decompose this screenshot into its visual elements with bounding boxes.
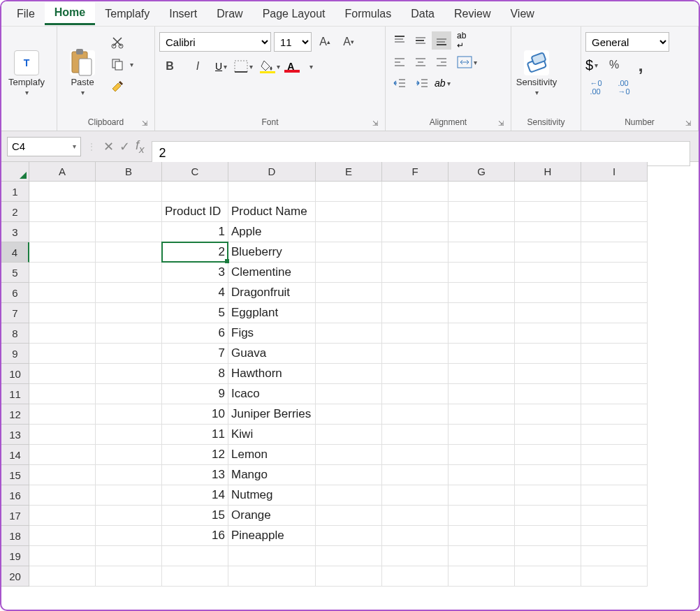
- cell-G2[interactable]: [449, 202, 515, 222]
- cell-F7[interactable]: [382, 303, 449, 323]
- cell-B5[interactable]: [96, 263, 162, 283]
- cell-I9[interactable]: [581, 344, 648, 364]
- row-header-5[interactable]: 5: [1, 263, 29, 283]
- cell-D12[interactable]: Juniper Berries: [228, 404, 316, 425]
- cell-C6[interactable]: 4: [162, 283, 228, 303]
- cell-D17[interactable]: Orange: [228, 506, 316, 526]
- row-header-18[interactable]: 18: [1, 526, 29, 546]
- cell-I7[interactable]: [581, 303, 648, 323]
- cell-B13[interactable]: [96, 425, 162, 445]
- cell-G15[interactable]: [449, 465, 515, 485]
- cell-E19[interactable]: [316, 546, 382, 566]
- tab-review[interactable]: Review: [444, 3, 500, 24]
- row-header-14[interactable]: 14: [1, 445, 29, 465]
- cell-H9[interactable]: [515, 344, 581, 364]
- cancel-icon[interactable]: ✕: [103, 139, 114, 154]
- cell-B18[interactable]: [96, 526, 162, 546]
- cell-D8[interactable]: Figs: [228, 323, 316, 344]
- cell-I1[interactable]: [581, 182, 648, 202]
- cell-B7[interactable]: [96, 303, 162, 323]
- row-header-2[interactable]: 2: [1, 202, 29, 222]
- dialog-launcher-icon[interactable]: ⇲: [372, 119, 382, 129]
- row-header-6[interactable]: 6: [1, 283, 29, 303]
- font-size-select[interactable]: 11: [274, 32, 312, 52]
- cell-H15[interactable]: [515, 465, 581, 485]
- cell-F19[interactable]: [382, 546, 449, 566]
- cell-H3[interactable]: [515, 222, 581, 242]
- cell-I13[interactable]: [581, 425, 648, 445]
- tab-home[interactable]: Home: [45, 2, 95, 25]
- cell-I19[interactable]: [581, 546, 648, 566]
- column-header-E[interactable]: E: [316, 162, 382, 182]
- cell-I11[interactable]: [581, 384, 648, 404]
- cell-F17[interactable]: [382, 506, 449, 526]
- column-header-C[interactable]: C: [162, 162, 228, 182]
- cells-area[interactable]: Product IDProduct Name1Apple2Blueberry3C…: [29, 182, 648, 587]
- cell-C17[interactable]: 15: [162, 506, 228, 526]
- cell-I18[interactable]: [581, 526, 648, 546]
- cell-D13[interactable]: Kiwi: [228, 425, 316, 445]
- cell-H5[interactable]: [515, 263, 581, 283]
- enter-icon[interactable]: ✓: [119, 139, 130, 154]
- tab-view[interactable]: View: [500, 3, 544, 24]
- cell-I5[interactable]: [581, 263, 648, 283]
- cell-E7[interactable]: [316, 303, 382, 323]
- cell-G1[interactable]: [449, 182, 515, 202]
- cell-F12[interactable]: [382, 404, 449, 425]
- cell-G7[interactable]: [449, 303, 515, 323]
- cell-D9[interactable]: Guava: [228, 344, 316, 364]
- row-header-9[interactable]: 9: [1, 344, 29, 364]
- cell-E14[interactable]: [316, 445, 382, 465]
- tab-templafy[interactable]: Templafy: [95, 3, 159, 24]
- cell-D20[interactable]: [228, 566, 316, 587]
- cell-C20[interactable]: [162, 566, 228, 587]
- cell-H4[interactable]: [515, 242, 581, 263]
- cell-H19[interactable]: [515, 546, 581, 566]
- italic-button[interactable]: I: [187, 57, 208, 75]
- cell-C14[interactable]: 12: [162, 445, 228, 465]
- cell-A17[interactable]: [29, 506, 96, 526]
- cell-B12[interactable]: [96, 404, 162, 425]
- align-top-button[interactable]: [390, 31, 409, 50]
- cell-A11[interactable]: [29, 384, 96, 404]
- cell-B15[interactable]: [96, 465, 162, 485]
- cell-E3[interactable]: [316, 222, 382, 242]
- fill-color-button[interactable]: ▾: [260, 59, 280, 73]
- cell-H6[interactable]: [515, 283, 581, 303]
- cell-D19[interactable]: [228, 546, 316, 566]
- cell-B17[interactable]: [96, 506, 162, 526]
- bold-button[interactable]: B: [159, 57, 180, 75]
- tab-page-layout[interactable]: Page Layout: [253, 3, 335, 24]
- cell-C7[interactable]: 5: [162, 303, 228, 323]
- cell-I20[interactable]: [581, 566, 648, 587]
- cell-E18[interactable]: [316, 526, 382, 546]
- cell-G16[interactable]: [449, 485, 515, 506]
- row-header-20[interactable]: 20: [1, 566, 29, 587]
- currency-button[interactable]: $▾: [585, 57, 598, 73]
- dialog-launcher-icon[interactable]: ⇲: [142, 119, 152, 129]
- row-header-3[interactable]: 3: [1, 222, 29, 242]
- row-header-16[interactable]: 16: [1, 485, 29, 506]
- cell-H1[interactable]: [515, 182, 581, 202]
- cell-I6[interactable]: [581, 283, 648, 303]
- cell-G17[interactable]: [449, 506, 515, 526]
- cell-I15[interactable]: [581, 465, 648, 485]
- cell-G20[interactable]: [449, 566, 515, 587]
- cell-D3[interactable]: Apple: [228, 222, 316, 242]
- cell-A5[interactable]: [29, 263, 96, 283]
- tab-draw[interactable]: Draw: [207, 3, 252, 24]
- increase-font-button[interactable]: A▴: [314, 33, 335, 51]
- row-header-8[interactable]: 8: [1, 323, 29, 344]
- cell-B8[interactable]: [96, 323, 162, 344]
- cell-E17[interactable]: [316, 506, 382, 526]
- row-header-10[interactable]: 10: [1, 364, 29, 384]
- row-header-1[interactable]: 1: [1, 182, 29, 202]
- cell-G9[interactable]: [449, 344, 515, 364]
- dialog-launcher-icon[interactable]: ⇲: [498, 119, 508, 129]
- column-header-B[interactable]: B: [96, 162, 162, 182]
- cell-I17[interactable]: [581, 506, 648, 526]
- cell-A18[interactable]: [29, 526, 96, 546]
- number-format-select[interactable]: General: [585, 32, 669, 52]
- cell-D16[interactable]: Nutmeg: [228, 485, 316, 506]
- cell-C4[interactable]: 2: [162, 242, 228, 263]
